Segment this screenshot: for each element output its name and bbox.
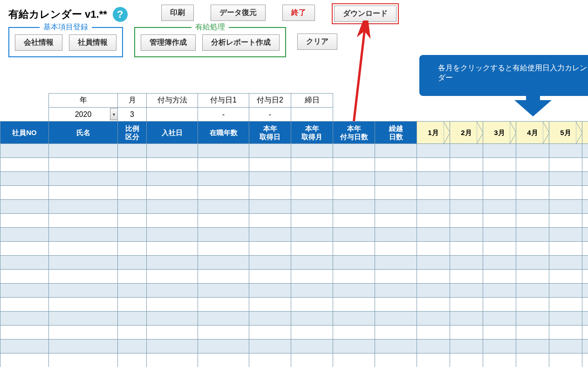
cell[interactable]	[291, 298, 333, 312]
cell[interactable]	[516, 172, 549, 186]
cell[interactable]	[417, 242, 450, 256]
cell[interactable]	[516, 312, 549, 326]
cell[interactable]	[549, 326, 582, 340]
cell[interactable]	[249, 242, 291, 256]
cell[interactable]	[118, 326, 147, 340]
cell[interactable]	[375, 326, 417, 340]
cell[interactable]	[450, 312, 483, 326]
cell[interactable]	[516, 144, 549, 158]
cell[interactable]	[333, 144, 375, 158]
cell[interactable]	[582, 312, 588, 326]
cell[interactable]	[118, 340, 147, 353]
cell[interactable]	[198, 144, 249, 158]
cell[interactable]	[450, 242, 483, 256]
cell[interactable]	[198, 270, 249, 284]
cell[interactable]	[516, 214, 549, 228]
cell[interactable]	[118, 270, 147, 284]
cell[interactable]	[450, 270, 483, 284]
cell[interactable]	[198, 186, 249, 200]
cell[interactable]	[582, 353, 588, 367]
cell[interactable]	[450, 284, 483, 298]
grant-day2-cell[interactable]: -	[249, 108, 291, 122]
cell[interactable]	[0, 214, 49, 228]
cell[interactable]	[375, 353, 417, 367]
cell[interactable]	[118, 228, 147, 242]
table-row[interactable]	[0, 186, 588, 200]
cell[interactable]	[450, 158, 483, 172]
cell[interactable]	[118, 214, 147, 228]
table-row[interactable]	[0, 312, 588, 326]
month-header[interactable]: 2月	[450, 122, 483, 144]
exit-button[interactable]: 終了	[282, 5, 315, 21]
cell[interactable]	[417, 172, 450, 186]
table-row[interactable]	[0, 298, 588, 312]
cell[interactable]	[417, 270, 450, 284]
cell[interactable]	[49, 353, 118, 367]
cell[interactable]	[483, 144, 516, 158]
cell[interactable]	[375, 186, 417, 200]
cell[interactable]	[516, 353, 549, 367]
cell[interactable]	[417, 340, 450, 353]
cell[interactable]	[49, 326, 118, 340]
cell[interactable]	[549, 172, 582, 186]
cell[interactable]	[450, 200, 483, 214]
cell[interactable]	[582, 256, 588, 270]
cell[interactable]	[49, 172, 118, 186]
grant-method-cell[interactable]	[147, 108, 198, 122]
cell[interactable]	[333, 312, 375, 326]
cell[interactable]	[549, 214, 582, 228]
cell[interactable]	[483, 312, 516, 326]
table-row[interactable]	[0, 214, 588, 228]
cell[interactable]	[249, 172, 291, 186]
table-row[interactable]	[0, 326, 588, 340]
cell[interactable]	[147, 172, 198, 186]
cell[interactable]	[549, 256, 582, 270]
month-header[interactable]: 6月	[582, 122, 588, 144]
table-row[interactable]	[0, 340, 588, 353]
cell[interactable]	[549, 353, 582, 367]
year-dropdown-icon[interactable]: ▾	[110, 108, 118, 120]
cell[interactable]	[291, 256, 333, 270]
table-row[interactable]	[0, 228, 588, 242]
cell[interactable]	[417, 312, 450, 326]
table-row[interactable]	[0, 256, 588, 270]
cell[interactable]	[582, 298, 588, 312]
cell[interactable]	[450, 298, 483, 312]
cell[interactable]	[0, 312, 49, 326]
cell[interactable]	[291, 284, 333, 298]
cell[interactable]	[375, 284, 417, 298]
cell[interactable]	[147, 298, 198, 312]
cell[interactable]	[0, 200, 49, 214]
table-row[interactable]	[0, 158, 588, 172]
cell[interactable]	[375, 214, 417, 228]
cell[interactable]	[450, 256, 483, 270]
cell[interactable]	[483, 326, 516, 340]
cell[interactable]	[198, 242, 249, 256]
cell[interactable]	[375, 172, 417, 186]
cell[interactable]	[291, 340, 333, 353]
cell[interactable]	[582, 158, 588, 172]
employee-info-button[interactable]: 社員情報	[69, 34, 116, 51]
download-button[interactable]: ダウンロード	[334, 6, 397, 22]
cell[interactable]	[450, 172, 483, 186]
create-book-button[interactable]: 管理簿作成	[141, 34, 196, 51]
cell[interactable]	[333, 284, 375, 298]
cell[interactable]	[49, 144, 118, 158]
cell[interactable]	[549, 312, 582, 326]
cell[interactable]	[417, 200, 450, 214]
cell[interactable]	[450, 228, 483, 242]
cell[interactable]	[147, 312, 198, 326]
cell[interactable]	[333, 353, 375, 367]
cell[interactable]	[0, 158, 49, 172]
month-header[interactable]: 5月	[549, 122, 582, 144]
cell[interactable]	[0, 172, 49, 186]
spreadsheet-grid[interactable]: 年 月 付与方法 付与日1 付与日2 締日 2020 ▾ 3 - -	[0, 93, 588, 367]
table-row[interactable]	[0, 200, 588, 214]
cell[interactable]	[49, 200, 118, 214]
cell[interactable]	[147, 228, 198, 242]
cell[interactable]	[417, 298, 450, 312]
cell[interactable]	[549, 186, 582, 200]
cell[interactable]	[483, 186, 516, 200]
cell[interactable]	[249, 200, 291, 214]
cell[interactable]	[198, 312, 249, 326]
